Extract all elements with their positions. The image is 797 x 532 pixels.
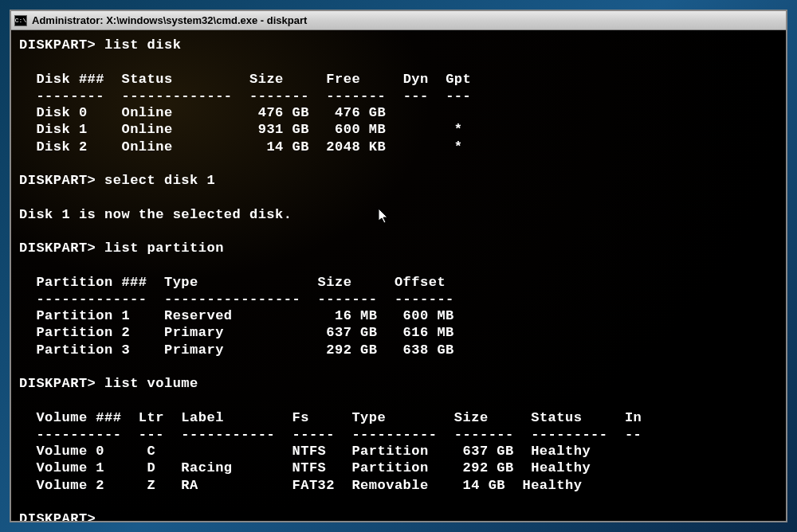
vol-row-ltr: C <box>147 444 156 459</box>
part-hdr-size: Size <box>318 275 352 290</box>
vol-hdr-ltr: Ltr <box>139 410 164 425</box>
vol-row-type: Partition <box>351 444 428 459</box>
part-sep: ------- <box>395 291 454 307</box>
vol-sep: --------- <box>531 427 607 442</box>
vol-row-name: Volume 2 <box>36 478 104 493</box>
vol-row-status: Healthy <box>522 478 582 493</box>
part-hdr-part: Partition ### <box>36 275 147 290</box>
vol-hdr-size: Size <box>454 410 489 425</box>
vol-hdr-fs: Fs <box>292 410 309 425</box>
disk-hdr-gpt: Gpt <box>446 72 471 87</box>
vol-hdr-vol: Volume ### <box>36 410 121 425</box>
part-row-offset: 638 GB <box>403 342 454 358</box>
disk-row-size: 476 GB <box>258 105 309 120</box>
vol-sep: --- <box>139 427 164 442</box>
disk-row-gpt: * <box>454 122 463 137</box>
disk-hdr-size: Size <box>249 72 284 87</box>
disk-row-name: Disk 0 <box>36 105 87 120</box>
vol-row-status: Healthy <box>531 444 591 459</box>
part-row-name: Partition 3 <box>36 342 130 358</box>
command-select-disk: select disk 1 <box>104 173 215 188</box>
disk-row-free: 600 MB <box>335 122 386 137</box>
part-row-name: Partition 1 <box>36 308 130 323</box>
vol-row-fs: NTFS <box>292 460 327 475</box>
disk-sep: --- <box>446 88 471 104</box>
vol-row-status: Healthy <box>531 460 591 475</box>
part-row-offset: 616 MB <box>403 325 454 340</box>
part-row-type: Primary <box>164 342 224 358</box>
cmd-icon: C:\ <box>14 15 27 26</box>
vol-hdr-label: Label <box>181 410 224 425</box>
part-row-offset: 600 MB <box>403 308 454 323</box>
part-row-size: 16 MB <box>326 308 377 323</box>
vol-row-ltr: Z <box>147 478 156 493</box>
disk-sep: ------- <box>249 88 309 104</box>
disk-sep: ------- <box>326 88 386 104</box>
disk-hdr-status: Status <box>121 72 172 87</box>
disk-row-free: 476 GB <box>335 105 386 120</box>
command-list-volume: list volume <box>104 376 198 391</box>
disk-hdr-dyn: Dyn <box>403 72 429 87</box>
disk-row-name: Disk 1 <box>36 122 87 137</box>
disk-hdr-disk: Disk ### <box>36 72 104 87</box>
part-row-type: Reserved <box>164 308 233 323</box>
prompt: DISKPART> <box>19 511 96 521</box>
disk-sep: ------------- <box>121 88 232 104</box>
disk-sep: --- <box>403 88 429 104</box>
vol-row-fs: NTFS <box>292 444 326 459</box>
disk-row-gpt: * <box>454 139 463 155</box>
vol-row-label: Racing <box>181 460 232 475</box>
prompt: DISKPART> <box>19 241 96 256</box>
disk-row-status: Online <box>121 139 172 155</box>
part-sep: ------- <box>318 291 378 307</box>
disk-row-status: Online <box>121 105 172 120</box>
vol-row-size: 637 GB <box>463 444 514 459</box>
vol-row-label: RA <box>181 478 198 493</box>
cmd-window: C:\ Administrator: X:\windows\system32\c… <box>10 10 787 522</box>
vol-sep: ---------- <box>36 427 121 442</box>
window-title: Administrator: X:\windows\system32\cmd.e… <box>32 14 307 26</box>
part-hdr-type: Type <box>164 275 198 290</box>
terminal-output[interactable]: DISKPART> list disk Disk ### Status Size… <box>11 30 786 521</box>
part-row-size: 292 GB <box>326 342 377 358</box>
disk-row-size: 14 GB <box>258 139 309 155</box>
vol-sep: ---------- <box>351 427 437 442</box>
vol-row-size: 14 GB <box>454 478 505 493</box>
vol-row-ltr: D <box>147 460 156 475</box>
vol-row-fs: FAT32 <box>292 478 335 493</box>
vol-row-size: 292 GB <box>463 460 514 475</box>
vol-hdr-type: Type <box>351 410 386 425</box>
disk-sep: -------- <box>36 88 104 104</box>
part-row-type: Primary <box>164 325 224 340</box>
part-sep: ------------- <box>36 291 147 307</box>
part-hdr-offset: Offset <box>395 275 446 290</box>
vol-hdr-info: In <box>625 410 642 425</box>
vol-hdr-status: Status <box>531 410 582 425</box>
command-list-partition: list partition <box>104 241 224 256</box>
disk-row-size: 931 GB <box>258 122 309 137</box>
vol-row-name: Volume 0 <box>36 444 104 459</box>
disk-hdr-free: Free <box>326 72 360 87</box>
vol-sep: -- <box>625 427 642 442</box>
vol-row-type: Removable <box>351 478 428 493</box>
part-sep: ---------------- <box>164 291 300 307</box>
prompt: DISKPART> <box>19 376 96 391</box>
message-selected: Disk 1 is now the selected disk. <box>19 207 292 222</box>
disk-row-name: Disk 2 <box>36 139 87 155</box>
part-row-size: 637 GB <box>326 325 377 340</box>
disk-row-free: 2048 KB <box>326 139 386 155</box>
vol-sep: ----------- <box>181 427 275 442</box>
vol-row-type: Partition <box>351 460 428 475</box>
prompt: DISKPART> <box>19 37 96 53</box>
vol-row-name: Volume 1 <box>36 460 104 475</box>
vol-sep: ----- <box>292 427 335 442</box>
part-row-name: Partition 2 <box>36 325 130 340</box>
vol-sep: ------- <box>454 427 514 442</box>
disk-row-status: Online <box>121 122 172 137</box>
titlebar[interactable]: C:\ Administrator: X:\windows\system32\c… <box>11 11 786 30</box>
prompt: DISKPART> <box>19 173 96 188</box>
command-list-disk: list disk <box>104 37 181 53</box>
